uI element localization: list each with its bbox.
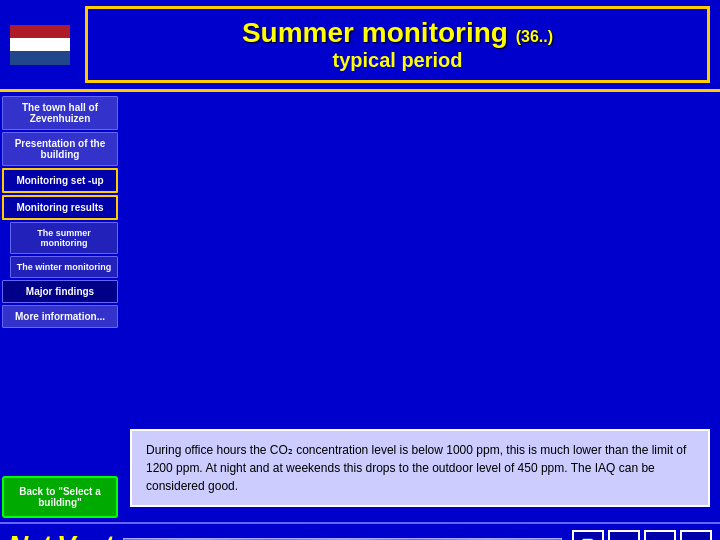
brand-second: Vent — [57, 530, 113, 540]
info-text: During office hours the CO₂ concentratio… — [146, 443, 686, 493]
sidebar-item-winter-monitoring[interactable]: The winter monitoring — [10, 256, 118, 278]
netherlands-flag — [10, 25, 70, 65]
sidebar: The town hall of Zevenhuizen Presentatio… — [0, 92, 120, 522]
brand-logo: Nat.Vent — [8, 530, 113, 540]
flag-white-stripe — [10, 38, 70, 51]
sidebar-item-summer-monitoring[interactable]: The summer monitoring — [10, 222, 118, 254]
page-title: Summer monitoring (36..) — [98, 17, 697, 49]
header: Summer monitoring (36..) typical period — [0, 0, 720, 92]
home-button[interactable]: ⌂ — [608, 530, 640, 540]
prev-button[interactable]: ◀◀ — [644, 530, 676, 540]
main-content: During office hours the CO₂ concentratio… — [120, 92, 720, 522]
brand-first: Nat. — [8, 530, 57, 540]
content-area: The town hall of Zevenhuizen Presentatio… — [0, 92, 720, 522]
footer-nav: 📄 ⌂ ◀◀ ◀ — [572, 530, 712, 540]
doc-button[interactable]: 📄 — [572, 530, 604, 540]
sidebar-spacer — [2, 330, 118, 470]
back-nav-button[interactable]: ◀ — [680, 530, 712, 540]
back-button[interactable]: Back to "Select a building" — [2, 476, 118, 518]
info-box: During office hours the CO₂ concentratio… — [130, 429, 710, 507]
sidebar-item-presentation[interactable]: Presentation of the building — [2, 132, 118, 166]
title-suffix: (36..) — [516, 28, 553, 45]
sidebar-item-major-findings[interactable]: Major findings — [2, 280, 118, 303]
flag-red-stripe — [10, 25, 70, 38]
sidebar-item-monitoring-results[interactable]: Monitoring results — [2, 195, 118, 220]
sidebar-item-more-info[interactable]: More information... — [2, 305, 118, 328]
sidebar-item-monitoring-setup[interactable]: Monitoring set -up — [2, 168, 118, 193]
flag-blue-stripe — [10, 51, 70, 65]
footer: Nat.Vent 📄 ⌂ ◀◀ ◀ — [0, 522, 720, 540]
header-title-box: Summer monitoring (36..) typical period — [85, 6, 710, 83]
page-subtitle: typical period — [98, 49, 697, 72]
sidebar-item-town-hall[interactable]: The town hall of Zevenhuizen — [2, 96, 118, 130]
title-text: Summer monitoring — [242, 17, 508, 48]
